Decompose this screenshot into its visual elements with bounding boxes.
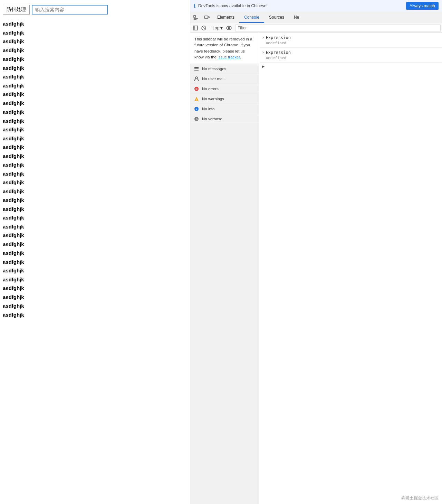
svg-rect-0: [194, 16, 195, 17]
list-item: asdfghjk: [3, 284, 187, 293]
expression-close-1[interactable]: ✕: [262, 35, 265, 40]
svg-rect-12: [194, 68, 199, 69]
filter-verbose-label: No verbose: [202, 117, 222, 121]
expression-row-2: ✕ Expression undefined: [259, 48, 442, 63]
tab-console[interactable]: Console: [239, 12, 264, 23]
list-item: asdfghjk: [3, 301, 187, 310]
expression-value-2: undefined: [266, 56, 291, 60]
list-item: asdfghjk: [3, 178, 187, 187]
search-input[interactable]: [32, 5, 108, 15]
add-expression-button[interactable]: ▶: [259, 63, 442, 70]
user-icon: [194, 76, 199, 82]
list-item: asdfghjk: [3, 169, 187, 178]
warning-icon: !: [194, 96, 199, 102]
list-item: asdfghjk: [3, 231, 187, 240]
top-bar: 防抖处理: [0, 3, 190, 17]
filter-info[interactable]: i No info: [190, 104, 259, 114]
svg-line-8: [202, 27, 205, 29]
console-sidebar: This sidebar will be removed in a future…: [190, 33, 259, 504]
svg-rect-5: [193, 26, 198, 30]
svg-rect-11: [194, 67, 199, 68]
list-item: asdfghjk: [3, 55, 187, 64]
list-item: asdfghjk: [3, 46, 187, 55]
svg-text:✕: ✕: [195, 87, 198, 91]
devtools-panel: ℹ DevTools is now available in Chinese! …: [190, 0, 442, 504]
list-item: asdfghjk: [3, 99, 187, 108]
list-item: asdfghjk: [3, 258, 187, 267]
filter-all-messages[interactable]: No messages: [190, 64, 259, 74]
list-item: asdfghjk: [3, 134, 187, 143]
devtools-toolbar: top ▼: [190, 23, 442, 33]
expressions-panel: ✕ Expression undefined ✕ Expression unde…: [259, 33, 442, 504]
filter-info-label: No info: [202, 107, 214, 111]
list-item: asdfghjk: [3, 28, 187, 37]
list-item: asdfghjk: [3, 213, 187, 222]
filter-user-messages[interactable]: No user me…: [190, 74, 259, 84]
list-item: asdfghjk: [3, 310, 187, 319]
svg-rect-13: [194, 70, 199, 71]
filter-errors-label: No errors: [202, 87, 219, 91]
page-area: 防抖处理 asdfghjkasdfghjkasdfghjkasdfghjkasd…: [0, 0, 190, 504]
svg-point-10: [228, 27, 230, 29]
list-item: asdfghjk: [3, 240, 187, 249]
issue-tracker-link[interactable]: issue tracker: [218, 55, 240, 59]
list-item: asdfghjk: [3, 205, 187, 214]
list-item: asdfghjk: [3, 72, 187, 81]
svg-rect-4: [208, 17, 209, 18]
list-item: asdfghjk: [3, 90, 187, 99]
tab-sources[interactable]: Sources: [264, 12, 289, 23]
devtools-main: This sidebar will be removed in a future…: [190, 33, 442, 504]
list-item: asdfghjk: [3, 64, 187, 73]
svg-rect-3: [204, 16, 208, 18]
expression-close-2[interactable]: ✕: [262, 50, 265, 55]
list-item: asdfghjk: [3, 187, 187, 196]
svg-text:i: i: [196, 108, 197, 111]
expression-content-1: Expression undefined: [266, 35, 291, 45]
device-icon[interactable]: [201, 12, 212, 23]
list-item: asdfghjk: [3, 81, 187, 90]
filter-warnings[interactable]: ! No warnings: [190, 94, 259, 104]
filter-all-label: No messages: [202, 67, 226, 71]
expression-row-1: ✕ Expression undefined: [259, 33, 442, 48]
devtools-tabs: Elements Console Sources Ne: [190, 12, 442, 23]
eye-icon-button[interactable]: [225, 24, 233, 32]
list-item: asdfghjk: [3, 143, 187, 152]
sidebar-toggle-button[interactable]: [192, 24, 199, 32]
sidebar-notice: This sidebar will be removed in a future…: [190, 33, 259, 64]
context-dropdown[interactable]: top ▼: [211, 25, 224, 31]
list-item: asdfghjk: [3, 160, 187, 169]
tab-network[interactable]: Ne: [289, 12, 304, 23]
tab-elements[interactable]: Elements: [212, 12, 239, 23]
info-icon: ℹ: [194, 3, 195, 9]
list-item: asdfghjk: [3, 108, 187, 116]
list-item: asdfghjk: [3, 116, 187, 125]
list-item: asdfghjk: [3, 125, 187, 134]
toolbar-separator: [209, 25, 209, 31]
devtools-notify-bar: ℹ DevTools is now available in Chinese! …: [190, 0, 442, 12]
inspect-icon[interactable]: [190, 12, 201, 23]
always-match-button[interactable]: Always match: [406, 2, 439, 10]
svg-point-14: [195, 77, 198, 79]
list-item: asdfghjk: [3, 266, 187, 275]
verbose-icon: ⚙: [194, 116, 199, 122]
list-items-container: asdfghjkasdfghjkasdfghjkasdfghjkasdfghjk…: [0, 19, 190, 319]
debounce-button[interactable]: 防抖处理: [3, 5, 30, 15]
expression-label-2: Expression: [266, 50, 291, 56]
filter-errors[interactable]: ✕ No errors: [190, 84, 259, 94]
info-filter-icon: i: [194, 106, 199, 112]
list-item: asdfghjk: [3, 37, 187, 46]
list-item: asdfghjk: [3, 293, 187, 302]
list-item: asdfghjk: [3, 275, 187, 284]
notice-text-after: .: [240, 55, 241, 59]
list-item: asdfghjk: [3, 19, 187, 28]
notify-text: DevTools is now available in Chinese!: [198, 3, 403, 8]
list-icon: [194, 66, 199, 72]
list-item: asdfghjk: [3, 249, 187, 258]
expression-content-2: Expression undefined: [266, 50, 291, 60]
list-item: asdfghjk: [3, 222, 187, 231]
filter-input[interactable]: [235, 25, 441, 31]
clear-console-button[interactable]: [200, 24, 208, 32]
expression-value-1: undefined: [266, 41, 291, 45]
filter-verbose[interactable]: ⚙ No verbose: [190, 114, 259, 124]
svg-text:⚙: ⚙: [195, 118, 198, 121]
